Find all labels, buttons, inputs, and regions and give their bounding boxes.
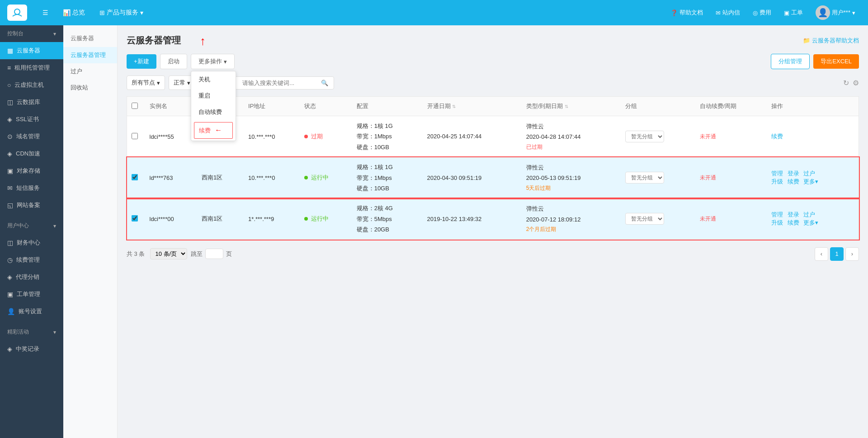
group-select-3[interactable]: 暂无分组 (625, 213, 664, 225)
dropdown-shutdown[interactable]: 关机 (191, 71, 236, 88)
sidebar-item-database[interactable]: ◫ 云数据库 (0, 94, 63, 111)
action-transfer-3[interactable]: 过户 (803, 211, 815, 218)
action-login-2[interactable]: 登录 (788, 170, 799, 177)
start-button[interactable]: 启动 (160, 54, 187, 69)
td-type-3: 弹性云 2020-07-12 18:09:12 2个月后过期 (522, 198, 621, 240)
action-links-1: 续费 (771, 132, 854, 141)
th-type: 类型/到期日期 ⇅ (522, 97, 621, 116)
sidebar-user-center[interactable]: 用户中心 ▾ (0, 217, 63, 234)
sidebar-control-panel[interactable]: 控制台 ▾ (0, 25, 63, 42)
next-page-button[interactable]: › (845, 247, 859, 261)
row2-checkbox[interactable] (132, 174, 138, 180)
goto-page: 跳至 页 (191, 249, 232, 259)
nav-messages[interactable]: ✉ 站内信 (710, 6, 745, 19)
page-buttons: ‹ 1 › (815, 247, 859, 261)
export-button[interactable]: 导出EXCEL (813, 54, 859, 69)
td-name-1: ldci****55 (145, 116, 198, 157)
action-login-3[interactable]: 登录 (788, 211, 799, 218)
td-status-3: 运行中 (300, 198, 352, 240)
sort-icon-3[interactable]: ⇅ (565, 104, 568, 109)
settings-button[interactable]: ⚙ (853, 79, 859, 87)
sidebar-item-account[interactable]: 👤 账号设置 (0, 303, 63, 320)
sidebar-item-storage[interactable]: ▣ 对象存储 (0, 162, 63, 179)
td-type-1: 弹性云 2020-04-28 14:07:44 已过期 (522, 116, 621, 157)
sub-sidebar-item-recycle[interactable]: 回收站 (63, 80, 117, 96)
sidebar-activities[interactable]: 精彩活动 ▾ (0, 324, 63, 340)
action-transfer-2[interactable]: 过户 (803, 170, 815, 177)
renewal-icon: ◷ (7, 256, 13, 264)
action-manage-3[interactable]: 管理 (771, 211, 783, 218)
page-1-button[interactable]: 1 (830, 247, 844, 261)
nav-tickets[interactable]: ▣ 工单 (778, 6, 808, 19)
lottery-icon: ◈ (7, 345, 12, 353)
sidebar-item-sms[interactable]: ✉ 短信服务 (0, 179, 63, 197)
layout: 控制台 ▾ ▦ 云服务器 ≡ 租用托管管理 ○ 云虚拟主机 ◫ 云数据库 ◈ S… (0, 0, 868, 438)
th-config: 配置 (352, 97, 423, 116)
sidebar-item-virtual-host[interactable]: ○ 云虚拟主机 (0, 76, 63, 94)
sidebar-item-agent[interactable]: ◈ 代理分销 (0, 268, 63, 286)
main-content: 云服务器管理 📁 云服务器帮助文档 +新建 启动 更多操作 ▾ (118, 25, 868, 438)
action-more-2[interactable]: 更多▾ (803, 178, 818, 185)
th-status: 状态 (300, 97, 352, 116)
sub-sidebar-item-transfer[interactable]: 过户 (63, 63, 117, 80)
doc-link[interactable]: 📁 云服务器帮助文档 (803, 37, 859, 45)
prev-page-button[interactable]: ‹ (815, 247, 828, 261)
agent-icon: ◈ (7, 273, 12, 281)
dropdown-autorenew[interactable]: 自动续费 (191, 104, 236, 120)
nav-billing[interactable]: ◎ 费用 (747, 6, 777, 19)
sidebar-item-cdn[interactable]: ◈ CDN加速 (0, 145, 63, 162)
dropdown-renew[interactable]: 续费 ← (194, 122, 233, 139)
nav-help[interactable]: ❓ 帮助文档 (665, 6, 708, 19)
select-all-checkbox[interactable] (132, 103, 138, 109)
td-config-2: 规格：1核 1G 带宽：1Mbps 硬盘：10GB (352, 157, 423, 198)
sub-sidebar-title: 云服务器 (63, 30, 117, 47)
nav-menu-toggle[interactable]: ☰ (36, 5, 55, 20)
goto-input[interactable] (205, 249, 223, 259)
action-renew-1[interactable]: 续费 (771, 133, 783, 140)
search-input[interactable] (240, 77, 321, 89)
group-select-1[interactable]: 暂无分组 (625, 131, 664, 142)
row3-checkbox[interactable] (132, 215, 138, 221)
action-more-3[interactable]: 更多▾ (803, 219, 818, 226)
pagination: 共 3 条 10 条/页 20 条/页 50 条/页 跳至 页 ‹ 1 › (127, 247, 859, 261)
chevron-down-icon: ▾ (53, 223, 56, 229)
sidebar-item-hosting[interactable]: ≡ 租用托管管理 (0, 59, 63, 76)
sort-icon-2[interactable]: ⇅ (452, 104, 456, 109)
sidebar-item-ssl[interactable]: ◈ SSL证书 (0, 111, 63, 128)
action-renew-3[interactable]: 续费 (788, 219, 799, 226)
toolbar: +新建 启动 更多操作 ▾ ↓ 关机 重启 自动续费 续费 (127, 54, 859, 69)
nav-user[interactable]: 👤 用户*** ▾ (810, 3, 861, 23)
sidebar-item-icp[interactable]: ◱ 网站备案 (0, 197, 63, 214)
nav-overview[interactable]: 📊 总览 (57, 5, 91, 20)
logo[interactable] (7, 5, 27, 21)
sidebar-item-cloud-server[interactable]: ▦ 云服务器 (0, 42, 63, 59)
node-filter[interactable]: 所有节点 ▾ (127, 75, 165, 90)
page-title: 云服务器管理 (127, 34, 181, 47)
search-wrap: 🔍 (235, 76, 334, 89)
action-upgrade-3[interactable]: 升级 (771, 219, 783, 226)
add-button[interactable]: +新建 (127, 54, 156, 69)
sidebar-item-workorder[interactable]: ▣ 工单管理 (0, 286, 63, 303)
action-renew-2[interactable]: 续费 (788, 178, 799, 185)
sidebar-item-domain[interactable]: ⊙ 域名管理 (0, 128, 63, 145)
nav-products[interactable]: ⊞ 产品与服务 ▾ (93, 5, 150, 20)
action-manage-2[interactable]: 管理 (771, 170, 783, 177)
group-manage-button[interactable]: 分组管理 (771, 54, 810, 69)
more-ops-button[interactable]: 更多操作 ▾ (191, 54, 235, 69)
search-icon[interactable]: 🔍 (321, 80, 328, 86)
per-page-select[interactable]: 10 条/页 20 条/页 50 条/页 (150, 248, 187, 259)
sub-sidebar-item-management[interactable]: 云服务器管理 (63, 47, 117, 63)
td-type-2: 弹性云 2020-05-13 09:51:19 5天后过期 (522, 157, 621, 198)
action-upgrade-2[interactable]: 升级 (771, 178, 783, 185)
td-checkbox-1 (127, 116, 145, 157)
dropdown-restart[interactable]: 重启 (191, 88, 236, 104)
refresh-button[interactable]: ↻ (843, 79, 849, 87)
sidebar-item-renewal[interactable]: ◷ 续费管理 (0, 251, 63, 268)
td-checkbox-3 (127, 198, 145, 240)
sidebar-item-lottery[interactable]: ◈ 中奖记录 (0, 340, 63, 358)
logo-icon (7, 5, 27, 21)
td-checkbox-2 (127, 157, 145, 198)
row1-checkbox[interactable] (132, 133, 138, 139)
sidebar-item-finance[interactable]: ◫ 财务中心 (0, 234, 63, 251)
group-select-2[interactable]: 暂无分组 (625, 172, 664, 184)
